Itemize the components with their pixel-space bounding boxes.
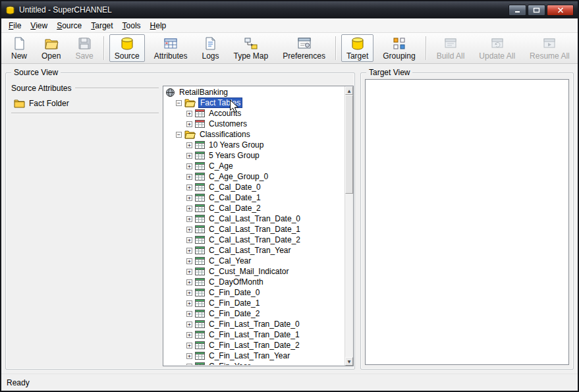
scrollbar-thumb[interactable] bbox=[345, 95, 353, 194]
table-green-icon bbox=[195, 298, 205, 308]
table-green-icon bbox=[195, 140, 205, 150]
toolbar-button-label: Target bbox=[346, 51, 368, 61]
expand-toggle-icon[interactable]: + bbox=[186, 237, 192, 243]
toolbar-type-map-button[interactable]: Type Map bbox=[229, 34, 274, 62]
logs-document-icon bbox=[203, 36, 217, 51]
menu-bar: FileViewSourceTargetToolsHelp bbox=[1, 18, 578, 33]
folder-closed-icon bbox=[14, 99, 25, 108]
tree-item-label: C_Cal_Last_Tran_Date_2 bbox=[207, 235, 302, 244]
menu-help[interactable]: Help bbox=[146, 20, 171, 32]
tree-item-classifications[interactable]: −Classifications bbox=[164, 129, 344, 140]
expand-toggle-icon[interactable]: + bbox=[186, 279, 192, 285]
expand-toggle-icon[interactable]: + bbox=[186, 353, 192, 359]
tree-item-c-fin-date-0[interactable]: +C_Fin_Date_0 bbox=[164, 287, 344, 298]
expand-toggle-icon[interactable]: + bbox=[186, 300, 192, 306]
title-bar[interactable]: Untitled - SuperCHANNEL bbox=[1, 1, 578, 18]
toolbar-separator bbox=[103, 36, 105, 60]
tree-item-label: RetailBanking bbox=[178, 88, 229, 97]
tree-item-c-cal-last-tran-year[interactable]: +C_Cal_Last_Tran_Year bbox=[164, 245, 344, 256]
tree-item-5-years-group[interactable]: +5 Years Group bbox=[164, 150, 344, 161]
toolbar-attributes-button[interactable]: Attributes bbox=[149, 34, 193, 62]
menu-target[interactable]: Target bbox=[86, 20, 117, 32]
source-attributes-title: Source Attributes bbox=[11, 84, 71, 93]
tree-item-fact-tables[interactable]: −Fact Tables bbox=[164, 98, 344, 108]
toolbar-target-button[interactable]: Target bbox=[341, 34, 373, 62]
tree-item-c-cal-date-2[interactable]: +C_Cal_Date_2 bbox=[164, 203, 344, 213]
expand-toggle-icon[interactable]: + bbox=[186, 216, 192, 222]
scroll-down-button[interactable]: ▼ bbox=[345, 357, 353, 366]
table-green-icon bbox=[195, 225, 205, 234]
database-globe-icon bbox=[165, 88, 175, 98]
target-view-title: Target View bbox=[366, 68, 412, 77]
tree-item-c-cal-last-tran-date-1[interactable]: +C_Cal_Last_Tran_Date_1 bbox=[164, 224, 344, 235]
expand-toggle-icon[interactable]: + bbox=[186, 364, 192, 366]
expand-toggle-icon[interactable]: + bbox=[186, 290, 192, 296]
source-view-title: Source View bbox=[11, 68, 61, 77]
database-yellow-icon bbox=[350, 36, 365, 51]
tree-item-label: C_Fin_Last_Tran_Date_0 bbox=[207, 320, 301, 329]
menu-view[interactable]: View bbox=[26, 20, 52, 32]
toolbar-source-button[interactable]: Source bbox=[109, 34, 145, 62]
toolbar-open-button[interactable]: Open bbox=[36, 34, 66, 62]
tree-item-c-cal-last-tran-date-0[interactable]: +C_Cal_Last_Tran_Date_0 bbox=[164, 213, 344, 224]
tree-item-retailbanking[interactable]: RetailBanking bbox=[164, 87, 344, 98]
toolbar-logs-button[interactable]: Logs bbox=[196, 34, 224, 62]
expand-toggle-icon[interactable]: + bbox=[186, 322, 192, 327]
source-view-panel: Source View Source Attributes Fact Folde… bbox=[5, 72, 355, 370]
expand-toggle-icon[interactable]: + bbox=[186, 163, 192, 169]
expand-toggle-icon[interactable]: + bbox=[186, 111, 192, 117]
collapse-toggle-icon[interactable]: − bbox=[176, 132, 182, 138]
tree-item-c-fin-year[interactable]: +C_Fin_Year bbox=[164, 361, 344, 365]
expand-toggle-icon[interactable]: + bbox=[186, 343, 192, 349]
expand-toggle-icon[interactable]: + bbox=[186, 206, 192, 211]
tree-item-c-cal-date-1[interactable]: +C_Cal_Date_1 bbox=[164, 192, 344, 203]
source-attribute-item[interactable]: Fact Folder bbox=[11, 93, 159, 113]
tree-item-c-fin-last-tran-date-1[interactable]: +C_Fin_Last_Tran_Date_1 bbox=[164, 329, 344, 340]
expand-toggle-icon[interactable]: + bbox=[186, 269, 192, 275]
tree-item-c-dayofmonth[interactable]: +C_DayOfMonth bbox=[164, 277, 344, 287]
toolbar-grouping-button[interactable]: Grouping bbox=[377, 34, 420, 62]
tree-item-c-cust-mail-indicator[interactable]: +C_Cust_Mail_Indicator bbox=[164, 266, 344, 277]
tree-item-label: Accounts bbox=[207, 109, 242, 118]
tree-item-c-age-group-0[interactable]: +C_Age_Group_0 bbox=[164, 171, 344, 182]
expand-toggle-icon[interactable]: + bbox=[186, 121, 192, 127]
tree-item-c-cal-year[interactable]: +C_Cal_Year bbox=[164, 256, 344, 266]
tree-item-c-fin-last-tran-date-2[interactable]: +C_Fin_Last_Tran_Date_2 bbox=[164, 340, 344, 350]
toolbar-save-button: Save bbox=[70, 34, 98, 62]
scroll-up-button[interactable]: ▲ bbox=[345, 86, 353, 95]
menu-source[interactable]: Source bbox=[52, 20, 86, 32]
toolbar-new-button[interactable]: New bbox=[6, 34, 32, 62]
tree-item-c-age[interactable]: +C_Age bbox=[164, 161, 344, 171]
tree-item-c-fin-last-tran-date-0[interactable]: +C_Fin_Last_Tran_Date_0 bbox=[164, 319, 344, 329]
collapse-toggle-icon[interactable]: − bbox=[176, 100, 182, 106]
tree-item-10-years-group[interactable]: +10 Years Group bbox=[164, 140, 344, 150]
close-button[interactable] bbox=[547, 5, 574, 16]
expand-toggle-icon[interactable]: + bbox=[186, 142, 192, 148]
expand-toggle-icon[interactable]: + bbox=[186, 195, 192, 201]
expand-toggle-icon[interactable]: + bbox=[186, 174, 192, 180]
expand-toggle-icon[interactable]: + bbox=[186, 184, 192, 190]
tree-item-label: C_Age_Group_0 bbox=[207, 172, 269, 181]
minimize-button[interactable] bbox=[509, 5, 526, 16]
expand-toggle-icon[interactable]: + bbox=[186, 227, 192, 233]
tree-item-customers[interactable]: +Customers bbox=[164, 119, 344, 129]
toolbar-preferences-button[interactable]: Preferences bbox=[277, 34, 331, 62]
tree-item-label: C_Cal_Last_Tran_Year bbox=[207, 246, 292, 255]
tree-item-c-cal-date-0[interactable]: +C_Cal_Date_0 bbox=[164, 182, 344, 192]
tree-item-c-cal-last-tran-date-2[interactable]: +C_Cal_Last_Tran_Date_2 bbox=[164, 235, 344, 245]
expand-toggle-icon[interactable]: + bbox=[186, 311, 192, 317]
expand-toggle-icon[interactable]: + bbox=[186, 258, 192, 264]
toolbar-button-label: Update All bbox=[479, 51, 515, 61]
tree-item-accounts[interactable]: +Accounts bbox=[164, 108, 344, 119]
menu-tools[interactable]: Tools bbox=[118, 20, 146, 32]
maximize-button[interactable] bbox=[528, 5, 545, 16]
target-tree-area bbox=[365, 79, 569, 365]
menu-file[interactable]: File bbox=[4, 20, 26, 32]
tree-item-c-fin-last-tran-year[interactable]: +C_Fin_Last_Tran_Year bbox=[164, 350, 344, 361]
expand-toggle-icon[interactable]: + bbox=[186, 153, 192, 159]
tree-scrollbar[interactable]: ▲ ▼ bbox=[345, 86, 353, 366]
tree-item-c-fin-date-2[interactable]: +C_Fin_Date_2 bbox=[164, 308, 344, 319]
expand-toggle-icon[interactable]: + bbox=[186, 332, 192, 338]
expand-toggle-icon[interactable]: + bbox=[186, 248, 192, 254]
tree-item-c-fin-date-1[interactable]: +C_Fin_Date_1 bbox=[164, 298, 344, 308]
